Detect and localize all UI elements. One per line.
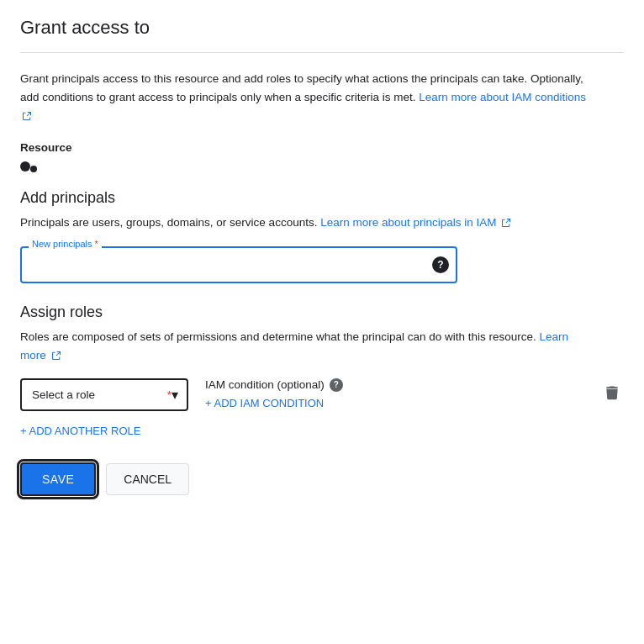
role-assignment-row: Select a role * ▾ IAM condition (optiona… [20, 378, 624, 411]
role-select[interactable]: Select a role [22, 380, 166, 409]
assign-roles-heading: Assign roles [20, 304, 624, 321]
iam-condition-section: IAM condition (optional) ? + ADD IAM CON… [205, 378, 343, 409]
svg-line-1 [506, 219, 510, 224]
external-link-icon [22, 111, 32, 121]
resource-dot-large [20, 161, 30, 172]
actions-row: SAVE CANCEL [20, 462, 624, 496]
learn-more-principals-link[interactable]: Learn more about principals in IAM [320, 216, 499, 229]
required-star: * [95, 239, 98, 249]
iam-condition-header: IAM condition (optional) ? [205, 378, 343, 392]
principals-description: Principals are users, groups, domains, o… [20, 214, 592, 232]
resource-icon-area [20, 161, 624, 172]
select-arrow-icon: ▾ [172, 387, 187, 403]
role-required-star: * [167, 388, 172, 401]
delete-role-button[interactable] [600, 381, 624, 409]
role-select-wrapper: Select a role * ▾ [20, 378, 188, 411]
trash-icon [604, 384, 620, 401]
iam-condition-help-icon[interactable]: ? [330, 378, 343, 392]
page-title: Grant access to [20, 17, 624, 39]
add-another-role-link[interactable]: + ADD ANOTHER ROLE [20, 425, 624, 437]
title-divider [20, 52, 624, 53]
new-principals-label: New principals * [29, 239, 102, 249]
save-button[interactable]: SAVE [20, 462, 96, 496]
resource-label: Resource [20, 141, 624, 154]
iam-conditions-link[interactable]: Learn more about IAM conditions [419, 91, 586, 103]
svg-line-0 [27, 112, 31, 116]
svg-line-2 [56, 352, 61, 356]
new-principals-input[interactable] [20, 246, 457, 283]
new-principals-help-icon[interactable]: ? [432, 256, 449, 273]
cancel-button[interactable]: CANCEL [106, 463, 189, 495]
add-iam-condition-link[interactable]: + ADD IAM CONDITION [205, 397, 343, 409]
roles-external-link-icon [51, 351, 61, 361]
add-principals-heading: Add principals [20, 189, 624, 207]
resource-dot-small [30, 166, 37, 172]
main-description: Grant principals access to this resource… [20, 70, 592, 124]
principals-external-link-icon [501, 218, 511, 228]
new-principals-field-wrapper: New principals * ? [20, 246, 457, 283]
assign-roles-description: Roles are composed of sets of permission… [20, 328, 592, 364]
iam-condition-label: IAM condition (optional) [205, 378, 325, 391]
